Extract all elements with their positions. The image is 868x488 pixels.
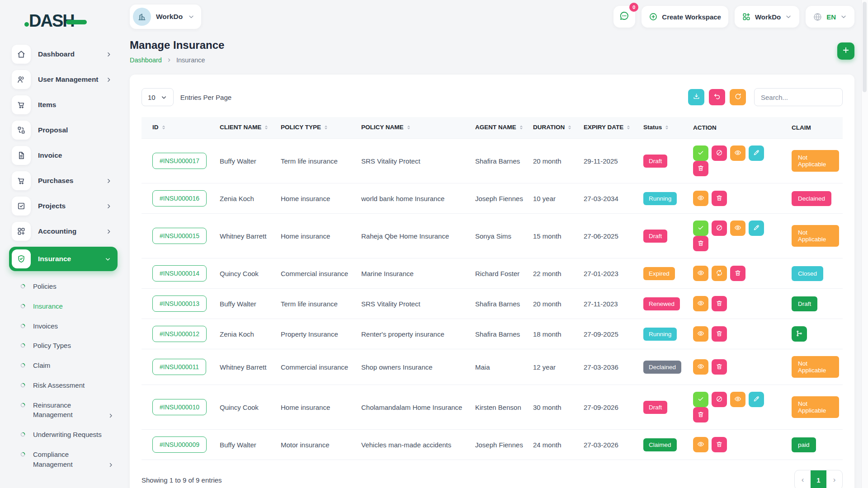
column-header-id[interactable]: ID — [142, 117, 216, 139]
sidebar-subitem-underwriting-requests[interactable]: Underwriting Requests — [14, 425, 118, 445]
reject-button[interactable] — [712, 145, 727, 161]
sidebar-subitem-invoices[interactable]: Invoices — [14, 316, 118, 336]
edit-button[interactable] — [749, 392, 764, 407]
view-button[interactable] — [730, 145, 745, 161]
chevron-down-icon — [785, 13, 792, 20]
sidebar-item-proposal[interactable]: Proposal — [12, 120, 115, 140]
view-button[interactable] — [693, 266, 708, 281]
column-header-client-name[interactable]: CLIENT NAME — [216, 117, 277, 139]
export-button[interactable] — [688, 89, 704, 105]
breadcrumb-dashboard-link[interactable]: Dashboard — [130, 56, 162, 64]
view-button[interactable] — [693, 296, 708, 311]
edit-button[interactable] — [749, 221, 764, 236]
language-label: EN — [826, 13, 836, 21]
view-button[interactable] — [693, 326, 708, 342]
create-workspace-label: Create Workspace — [662, 13, 721, 21]
delete-button[interactable] — [693, 236, 708, 251]
column-header-action: ACTION — [689, 117, 788, 139]
claim-cell — [788, 319, 843, 349]
view-button[interactable] — [730, 221, 745, 236]
claim-status-badge[interactable]: paid — [792, 437, 816, 452]
approve-button[interactable] — [693, 221, 708, 236]
entries-per-page-select[interactable]: 10 — [142, 88, 174, 106]
sidebar-subitem-policies[interactable]: Policies — [14, 277, 118, 296]
column-header-policy-name[interactable]: POLICY NAME — [358, 117, 472, 139]
column-header-agent-name[interactable]: AGENT NAME — [472, 117, 529, 139]
create-workspace-button[interactable]: Create Workspace — [642, 6, 728, 28]
reject-button[interactable] — [712, 221, 727, 236]
delete-button[interactable] — [712, 296, 727, 311]
sidebar-item-dashboard[interactable]: Dashboard — [12, 44, 115, 64]
column-header-status[interactable]: Status — [640, 117, 689, 139]
claim-status-badge[interactable]: Not Applicable — [792, 396, 839, 418]
insurance-id-link[interactable]: #INSU000012 — [152, 326, 207, 342]
messages-button[interactable]: 0 — [613, 6, 635, 28]
pagination-prev-button[interactable]: ‹ — [795, 470, 811, 488]
column-header-expiry-date[interactable]: EXPIRY DATE — [580, 117, 640, 139]
insurance-id-link[interactable]: #INSU000015 — [152, 228, 207, 244]
pagination-page-1-button[interactable]: 1 — [811, 470, 826, 488]
delete-button[interactable] — [693, 407, 708, 422]
pagination-next-button[interactable]: › — [826, 470, 842, 488]
view-button[interactable] — [693, 359, 708, 375]
sidebar-subitem-claim[interactable]: Claim — [14, 356, 118, 375]
delete-button[interactable] — [712, 326, 727, 342]
sidebar-item-projects[interactable]: Projects — [12, 196, 115, 216]
workspace-menu-button[interactable]: WorkDo — [735, 6, 799, 28]
search-input[interactable] — [754, 88, 843, 106]
view-button[interactable] — [693, 437, 708, 452]
sort-icon — [519, 125, 524, 131]
sidebar-item-user-management[interactable]: User Management — [12, 70, 115, 89]
sidebar-item-items[interactable]: Items — [12, 95, 115, 115]
sidebar-subitem-policy-types[interactable]: Policy Types — [14, 336, 118, 356]
sidebar-item-invoice[interactable]: Invoice — [12, 145, 115, 165]
claim-status-badge[interactable]: Declained — [792, 191, 831, 206]
column-header-duration[interactable]: DURATION — [529, 117, 580, 139]
view-button[interactable] — [693, 191, 708, 206]
approve-button[interactable] — [693, 392, 708, 407]
insurance-id-link[interactable]: #INSU000010 — [152, 399, 207, 415]
sidebar-subitem-insurance[interactable]: Insurance — [14, 296, 118, 316]
duration-cell: 22 month — [529, 258, 580, 289]
claim-status-badge[interactable]: Not Applicable — [792, 356, 839, 378]
delete-button[interactable] — [712, 359, 727, 375]
undo-button[interactable] — [709, 89, 725, 105]
claim-status-badge[interactable]: Not Applicable — [792, 150, 839, 172]
sidebar-item-accounting[interactable]: Accounting — [12, 221, 115, 241]
topbar-actions: 0 Create Workspace WorkDo — [613, 6, 854, 28]
claim-status-badge[interactable]: Draft — [792, 296, 817, 311]
add-insurance-button[interactable] — [837, 42, 854, 60]
sidebar-item-insurance[interactable]: Insurance — [9, 247, 118, 271]
projects-icon — [12, 197, 31, 216]
renew-button[interactable] — [712, 266, 727, 281]
scrollbar-thumb[interactable] — [863, 2, 867, 92]
view-button[interactable] — [730, 392, 745, 407]
insurance-id-link[interactable]: #INSU000014 — [152, 265, 207, 282]
insurance-id-link[interactable]: #INSU000017 — [152, 153, 207, 169]
claim-status-badge[interactable]: Closed — [792, 266, 823, 281]
sidebar-subitem-compliance-management[interactable]: Compliance Management — [14, 445, 118, 474]
sidebar-item-purchases[interactable]: Purchases — [12, 171, 115, 191]
claim-status-badge[interactable]: Not Applicable — [792, 225, 839, 247]
column-header-policy-type[interactable]: POLICY TYPE — [277, 117, 358, 139]
insurance-id-link[interactable]: #INSU000016 — [152, 190, 207, 206]
sidebar-subitem-risk-assessment[interactable]: Risk Assessment — [14, 375, 118, 395]
scrollbar[interactable] — [861, 0, 868, 488]
delete-button[interactable] — [712, 437, 727, 452]
insurance-id-link[interactable]: #INSU000013 — [152, 296, 207, 312]
delete-button[interactable] — [730, 266, 745, 281]
approve-button[interactable] — [693, 145, 708, 161]
refresh-button[interactable] — [730, 89, 746, 105]
delete-button[interactable] — [693, 161, 708, 176]
client-name-cell: Whitney Barrett — [216, 349, 277, 385]
insurance-id-link[interactable]: #INSU000011 — [152, 359, 206, 375]
language-selector[interactable]: EN — [806, 6, 854, 28]
claim-action-button[interactable] — [792, 326, 807, 342]
reject-button[interactable] — [712, 392, 727, 407]
workspace-switcher[interactable]: WorkDo — [130, 5, 201, 29]
sidebar-item-label: Items — [38, 101, 115, 109]
delete-button[interactable] — [712, 191, 727, 206]
insurance-id-link[interactable]: #INSU000009 — [152, 436, 207, 453]
sidebar-subitem-reinsurance-management[interactable]: Reinsurance Management — [14, 395, 118, 425]
edit-button[interactable] — [749, 145, 764, 161]
